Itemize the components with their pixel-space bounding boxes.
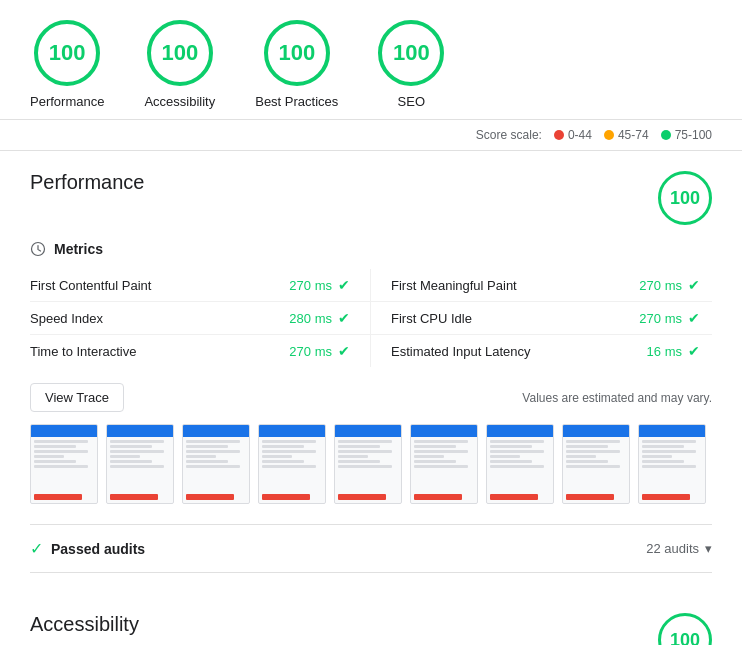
best-practices-label: Best Practices xyxy=(255,94,338,109)
thumb-header-8 xyxy=(639,425,705,437)
score-items: 100 Performance 100 Accessibility 100 Be… xyxy=(30,20,712,109)
thumbnail-5 xyxy=(410,424,478,504)
tti-check-icon: ✔ xyxy=(338,343,350,359)
thumb-body-8 xyxy=(639,437,705,503)
accessibility-content: Accessibility These checks highlight opp… xyxy=(30,613,610,645)
metric-fcp-value: 270 ms ✔ xyxy=(289,277,350,293)
metrics-header: Metrics xyxy=(30,241,712,257)
thumbnail-6 xyxy=(486,424,554,504)
thumb-header-7 xyxy=(563,425,629,437)
metric-fci-value: 270 ms ✔ xyxy=(639,310,700,326)
thumbnail-4 xyxy=(334,424,402,504)
accessibility-title: Accessibility xyxy=(30,613,610,636)
trace-row: View Trace Values are estimated and may … xyxy=(30,383,712,412)
passed-audits-row[interactable]: ✓ Passed audits 22 audits ▾ xyxy=(30,524,712,573)
scale-label: Score scale: xyxy=(476,128,542,142)
performance-header: Performance 100 xyxy=(30,171,712,225)
seo-circle: 100 xyxy=(378,20,444,86)
thumbnail-box-6 xyxy=(486,424,554,504)
fmp-check-icon: ✔ xyxy=(688,277,700,293)
thumbnail-box-3 xyxy=(258,424,326,504)
thumb-header-6 xyxy=(487,425,553,437)
metric-si-name: Speed Index xyxy=(30,311,103,326)
scale-red: 0-44 xyxy=(554,128,592,142)
passed-audits-right[interactable]: 22 audits ▾ xyxy=(646,541,712,556)
accessibility-circle: 100 xyxy=(147,20,213,86)
thumb-body-7 xyxy=(563,437,629,503)
metric-tti-name: Time to Interactive xyxy=(30,344,136,359)
accessibility-label: Accessibility xyxy=(144,94,215,109)
metrics-grid: First Contentful Paint 270 ms ✔ First Me… xyxy=(30,269,712,367)
metric-eil-value: 16 ms ✔ xyxy=(647,343,700,359)
eil-check-icon: ✔ xyxy=(688,343,700,359)
metric-eil-name: Estimated Input Latency xyxy=(391,344,530,359)
passed-audits-left: ✓ Passed audits xyxy=(30,539,145,558)
score-item-performance: 100 Performance xyxy=(30,20,104,109)
seo-label: SEO xyxy=(398,94,425,109)
thumb-header-2 xyxy=(183,425,249,437)
passed-audits-count: 22 audits xyxy=(646,541,699,556)
score-item-best-practices: 100 Best Practices xyxy=(255,20,338,109)
thumbnail-box-0 xyxy=(30,424,98,504)
scale-green-dot xyxy=(661,130,671,140)
si-check-icon: ✔ xyxy=(338,310,350,326)
thumbnail-box-5 xyxy=(410,424,478,504)
accessibility-section: Accessibility These checks highlight opp… xyxy=(0,593,742,645)
thumb-body-4 xyxy=(335,437,401,503)
accessibility-header: Accessibility These checks highlight opp… xyxy=(30,613,712,645)
score-scale: Score scale: 0-44 45-74 75-100 xyxy=(0,120,742,151)
thumbnail-7 xyxy=(562,424,630,504)
scale-orange: 45-74 xyxy=(604,128,649,142)
scale-green: 75-100 xyxy=(661,128,712,142)
metric-tti-value: 270 ms ✔ xyxy=(289,343,350,359)
metric-eil: Estimated Input Latency 16 ms ✔ xyxy=(371,335,712,367)
thumbnail-0 xyxy=(30,424,98,504)
metric-fcp-name: First Contentful Paint xyxy=(30,278,151,293)
thumbnail-3 xyxy=(258,424,326,504)
thumb-body-1 xyxy=(107,437,173,503)
score-section: 100 Performance 100 Accessibility 100 Be… xyxy=(0,0,742,120)
thumb-body-3 xyxy=(259,437,325,503)
thumb-body-5 xyxy=(411,437,477,503)
performance-title: Performance xyxy=(30,171,145,194)
thumbnail-box-7 xyxy=(562,424,630,504)
metric-fmp-value: 270 ms ✔ xyxy=(639,277,700,293)
metric-si: Speed Index 280 ms ✔ xyxy=(30,302,371,335)
accessibility-score-circle: 100 xyxy=(658,613,712,645)
score-item-seo: 100 SEO xyxy=(378,20,444,109)
score-item-accessibility: 100 Accessibility xyxy=(144,20,215,109)
chevron-down-icon: ▾ xyxy=(705,541,712,556)
thumb-header-4 xyxy=(335,425,401,437)
clock-icon xyxy=(30,241,46,257)
thumbnail-box-2 xyxy=(182,424,250,504)
scale-orange-dot xyxy=(604,130,614,140)
thumbnail-box-4 xyxy=(334,424,402,504)
checkmark-icon: ✓ xyxy=(30,539,43,558)
performance-circle: 100 xyxy=(34,20,100,86)
scale-red-dot xyxy=(554,130,564,140)
thumbnail-8 xyxy=(638,424,706,504)
thumb-header-0 xyxy=(31,425,97,437)
metric-fmp: First Meaningful Paint 270 ms ✔ xyxy=(371,269,712,302)
performance-label: Performance xyxy=(30,94,104,109)
passed-audits-title: Passed audits xyxy=(51,541,145,557)
fci-check-icon: ✔ xyxy=(688,310,700,326)
thumb-header-3 xyxy=(259,425,325,437)
thumbnail-1 xyxy=(106,424,174,504)
thumb-body-2 xyxy=(183,437,249,503)
best-practices-circle: 100 xyxy=(264,20,330,86)
view-trace-button[interactable]: View Trace xyxy=(30,383,124,412)
thumb-header-1 xyxy=(107,425,173,437)
fcp-check-icon: ✔ xyxy=(338,277,350,293)
performance-score-circle: 100 xyxy=(658,171,712,225)
performance-section: Performance 100 Metrics First Contentful… xyxy=(0,151,742,593)
metric-si-value: 280 ms ✔ xyxy=(289,310,350,326)
metric-fci-name: First CPU Idle xyxy=(391,311,472,326)
metric-fmp-name: First Meaningful Paint xyxy=(391,278,517,293)
thumb-header-5 xyxy=(411,425,477,437)
estimated-note: Values are estimated and may vary. xyxy=(522,391,712,405)
metric-fcp: First Contentful Paint 270 ms ✔ xyxy=(30,269,371,302)
thumbnails-strip xyxy=(30,424,712,504)
thumb-body-6 xyxy=(487,437,553,503)
thumb-body-0 xyxy=(31,437,97,503)
